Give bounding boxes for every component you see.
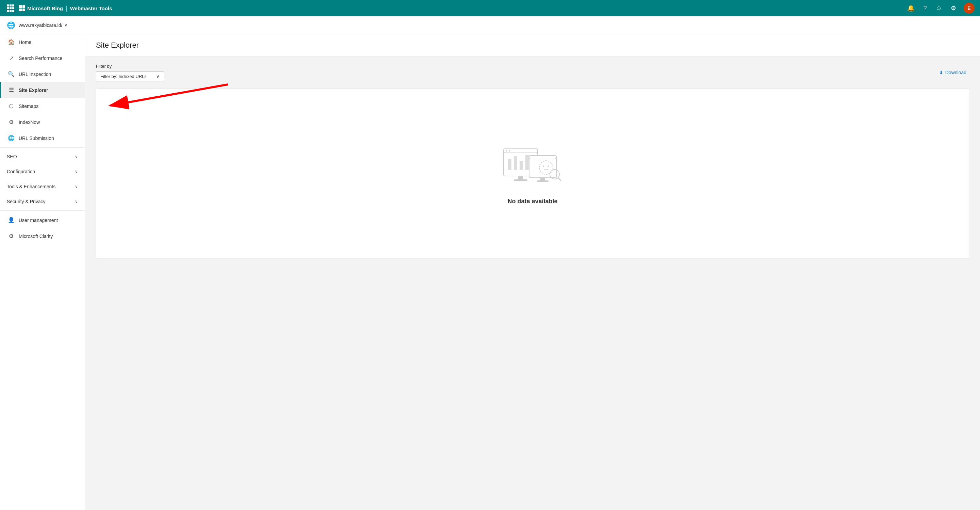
sidebar-item-indexnow[interactable]: ⚙ IndexNow: [0, 114, 85, 130]
site-url-text: www.rakyatbicara.id/: [19, 22, 62, 28]
filter-chevron-icon: ∨: [156, 74, 159, 79]
sidebar-item-microsoft-clarity[interactable]: ⚙ Microsoft Clarity: [0, 228, 85, 244]
svg-rect-9: [514, 179, 527, 181]
globe-icon: 🌐: [7, 21, 15, 29]
sidebar-section-security-privacy[interactable]: Security & Privacy ∨: [0, 194, 85, 209]
seo-section-left: SEO: [7, 154, 17, 159]
grid-icon: [7, 5, 14, 12]
filter-label: Filter by: [96, 64, 164, 69]
sidebar-item-url-submission[interactable]: 🌐 URL Submission: [0, 130, 85, 146]
topbar-left: Microsoft Bing | Webmaster Tools: [5, 3, 112, 13]
url-submission-icon: 🌐: [8, 135, 14, 141]
sidebar-label-seo: SEO: [7, 154, 17, 159]
content-area: Site Explorer Filter by Filter by: Index…: [85, 34, 980, 510]
sidebar-section-tools-enhancements[interactable]: Tools & Enhancements ∨: [0, 179, 85, 194]
user-mgmt-icon: 👤: [8, 217, 14, 223]
settings-button[interactable]: ⚙: [950, 4, 958, 13]
feedback-button[interactable]: ☺: [934, 4, 943, 13]
svg-point-15: [547, 166, 549, 167]
notification-button[interactable]: 🔔: [906, 4, 916, 13]
topbar-right: 🔔 ? ☺ ⚙ E: [906, 3, 975, 14]
filter-select-value: Filter by: Indexed URLs: [100, 74, 147, 79]
sidebar-item-sitemaps[interactable]: ⬡ Sitemaps: [0, 98, 85, 114]
product-name: Webmaster Tools: [70, 5, 112, 11]
main-panel: No data available: [96, 88, 969, 258]
sidebar-item-search-performance[interactable]: ↗ Search Performance: [0, 50, 85, 66]
sidebar-label-url-submission: URL Submission: [19, 135, 54, 141]
svg-rect-8: [518, 176, 523, 179]
sidebar-label-url-inspection: URL Inspection: [19, 72, 51, 77]
tools-chevron-icon: ∨: [75, 184, 78, 189]
no-data-text: No data available: [508, 198, 557, 205]
logo-divider: |: [66, 5, 67, 12]
sitemaps-icon: ⬡: [8, 103, 14, 109]
page-header: Site Explorer: [85, 34, 980, 57]
download-button[interactable]: ⬇ Download: [937, 68, 969, 77]
topbar: Microsoft Bing | Webmaster Tools 🔔 ? ☺ ⚙…: [0, 0, 980, 16]
svg-rect-5: [514, 156, 517, 170]
app-logo: Microsoft Bing | Webmaster Tools: [19, 5, 112, 12]
sidebar-item-url-inspection[interactable]: 🔍 URL Inspection: [0, 66, 85, 82]
sidebar-divider-2: [0, 210, 85, 211]
svg-rect-6: [520, 161, 523, 170]
svg-line-20: [558, 178, 561, 180]
main-layout: 🏠 Home ↗ Search Performance 🔍 URL Inspec…: [0, 34, 980, 510]
sidebar-item-home[interactable]: 🏠 Home: [0, 34, 85, 50]
no-data-illustration: [502, 142, 563, 190]
seo-chevron-icon: ∨: [75, 154, 78, 159]
sidebar-label-indexnow: IndexNow: [19, 120, 40, 125]
svg-rect-17: [540, 178, 545, 180]
security-section-left: Security & Privacy: [7, 199, 46, 204]
svg-point-2: [506, 150, 507, 151]
user-avatar[interactable]: E: [964, 3, 975, 14]
download-label: Download: [945, 70, 966, 75]
svg-rect-18: [537, 180, 549, 182]
app-name: Microsoft Bing: [27, 5, 63, 11]
sidebar-section-configuration[interactable]: Configuration ∨: [0, 164, 85, 179]
sidebar-label-sitemaps: Sitemaps: [19, 104, 38, 109]
sidebar-label-tools: Tools & Enhancements: [7, 184, 56, 189]
clarity-icon: ⚙: [8, 233, 14, 239]
sidebar-label-configuration: Configuration: [7, 169, 35, 174]
sidebar-item-site-explorer[interactable]: ☰ Site Explorer: [0, 82, 85, 98]
svg-rect-4: [508, 159, 511, 170]
indexnow-icon: ⚙: [8, 119, 14, 125]
apps-grid-button[interactable]: [5, 3, 16, 13]
search-perf-icon: ↗: [8, 55, 14, 61]
sidebar-divider-1: [0, 147, 85, 148]
sidebar-label-search-performance: Search Performance: [19, 56, 62, 61]
windows-icon: [19, 5, 25, 11]
security-chevron-icon: ∨: [75, 199, 78, 204]
sidebar-label-security: Security & Privacy: [7, 199, 46, 204]
svg-rect-7: [525, 155, 529, 170]
sidebar-item-user-management[interactable]: 👤 User management: [0, 212, 85, 228]
config-chevron-icon: ∨: [75, 169, 78, 174]
url-inspect-icon: 🔍: [8, 71, 14, 77]
tools-section-left: Tools & Enhancements: [7, 184, 56, 189]
site-url-chevron[interactable]: ∨: [64, 22, 68, 27]
site-url-bar: 🌐 www.rakyatbicara.id/ ∨: [0, 16, 980, 34]
no-data-container: No data available: [482, 121, 584, 225]
sidebar-label-clarity: Microsoft Clarity: [19, 234, 53, 239]
sidebar: 🏠 Home ↗ Search Performance 🔍 URL Inspec…: [0, 34, 85, 510]
filter-bar: Filter by Filter by: Indexed URLs ∨ ⬇ Do…: [85, 57, 980, 88]
help-button[interactable]: ?: [922, 4, 928, 13]
filter-select[interactable]: Filter by: Indexed URLs ∨: [96, 72, 164, 81]
svg-point-3: [509, 150, 510, 151]
sidebar-label-home: Home: [19, 40, 31, 45]
sidebar-label-user-management: User management: [19, 218, 58, 223]
svg-point-14: [543, 166, 544, 167]
home-icon: 🏠: [8, 39, 14, 45]
download-icon: ⬇: [939, 70, 943, 75]
site-explorer-icon: ☰: [8, 87, 14, 93]
sidebar-label-site-explorer: Site Explorer: [19, 88, 48, 93]
page-title: Site Explorer: [96, 41, 969, 50]
sidebar-section-seo[interactable]: SEO ∨: [0, 149, 85, 164]
config-section-left: Configuration: [7, 169, 35, 174]
filter-left: Filter by Filter by: Indexed URLs ∨: [96, 64, 164, 81]
